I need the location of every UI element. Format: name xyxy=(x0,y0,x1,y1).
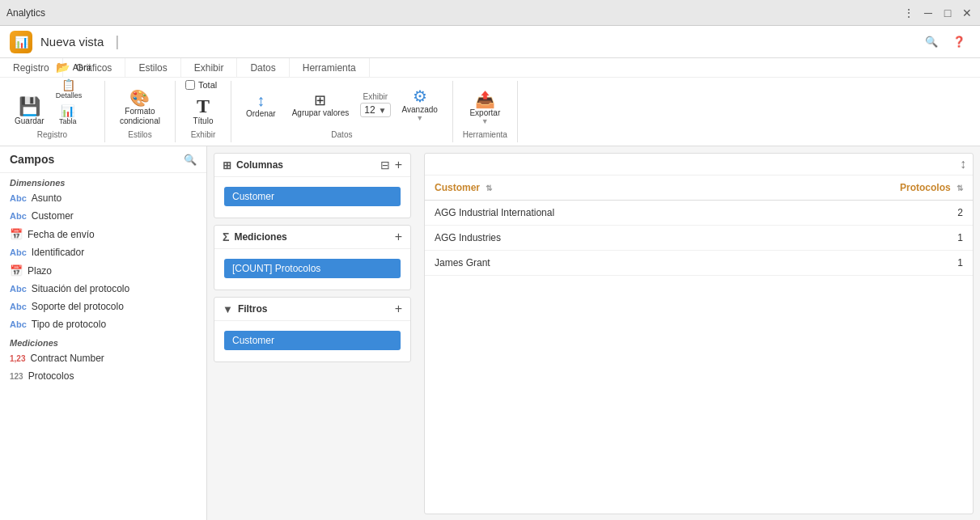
123-icon: 123 xyxy=(10,372,23,381)
mediciones-sigma-icon: Σ xyxy=(223,230,229,243)
field-asunto[interactable]: Abc Asunto xyxy=(0,189,206,207)
campos-panel: Campos 🔍 Dimensiones Abc Asunto Abc Cust… xyxy=(0,146,207,520)
campos-title: Campos xyxy=(10,153,54,166)
main-content: Campos 🔍 Dimensiones Abc Asunto Abc Cust… xyxy=(0,146,980,520)
123-red-icon: 1,23 xyxy=(10,354,25,363)
cell-customer: AGG Industries xyxy=(425,226,769,251)
ribbon-group-registro: 💾 Guardar 📂 Abrir 📋 Detalles 📊 Tabla xyxy=(0,81,105,142)
columnas-section: ⊞ Columnas ⊟ + Customer xyxy=(214,153,411,218)
columnas-content: Customer xyxy=(214,177,410,218)
exportar-btn[interactable]: 📤 Exportar ▼ xyxy=(465,90,505,127)
filtros-filter-icon: ▼ xyxy=(223,303,233,315)
campos-header: Campos 🔍 xyxy=(0,146,206,173)
data-panel: ↕ Customer ⇅ Protocolos ⇅ AGG Industrial… xyxy=(424,153,974,514)
cell-customer: James Grant xyxy=(425,251,769,276)
calendar-icon: 📅 xyxy=(10,228,23,240)
maximize-btn[interactable]: □ xyxy=(941,6,954,19)
cell-customer: AGG Industrial International xyxy=(425,201,769,226)
ribbon-group-estilos: 🎨 Formato condicional Estilos xyxy=(105,81,176,142)
count-protocolos-chip[interactable]: [COUNT] Protocolos xyxy=(224,259,401,278)
close-btn[interactable]: ✕ xyxy=(961,6,974,19)
filtros-title: Filtros xyxy=(238,303,268,315)
ribbon-content: 💾 Guardar 📂 Abrir 📋 Detalles 📊 Tabla xyxy=(0,78,980,146)
middle-panel: ⊞ Columnas ⊟ + Customer Σ Mediciones + xyxy=(207,146,418,520)
columnas-expand-icon[interactable]: ⊟ xyxy=(380,159,390,171)
abc-icon: Abc xyxy=(10,211,27,221)
cell-protocolos: 1 xyxy=(769,226,973,251)
tabla-btn[interactable]: 📊 Tabla xyxy=(53,103,83,127)
agrupar-valores-btn[interactable]: ⊞ Agrupar valores xyxy=(287,91,354,119)
dimensiones-label: Dimensiones xyxy=(0,173,206,189)
abc-icon: Abc xyxy=(10,193,27,203)
field-situacion-protocolo[interactable]: Abc Situación del protocolo xyxy=(0,280,206,298)
more-options-btn[interactable]: ⋮ xyxy=(902,6,915,19)
columnas-header: ⊞ Columnas ⊟ + xyxy=(214,154,410,177)
ribbon-group-datos: ↕ Ordenar ⊞ Agrupar valores Exhibir 12 ▼… xyxy=(231,81,453,142)
total-checkbox[interactable] xyxy=(185,80,195,90)
app-name-label: Analytics xyxy=(6,7,45,19)
campos-search-icon[interactable]: 🔍 xyxy=(184,154,197,166)
columnas-title: Columnas xyxy=(236,159,283,171)
columnas-grid-icon: ⊞ xyxy=(223,159,231,171)
table-row: James Grant 1 xyxy=(425,251,973,276)
ribbon-group-exhibir: Total T Título Exhibir xyxy=(176,81,231,142)
customer-filter-chip[interactable]: Customer xyxy=(224,331,401,350)
data-panel-toolbar: ↕ xyxy=(425,154,973,175)
ribbon-group-herramienta: 📤 Exportar ▼ Herramienta xyxy=(453,81,518,142)
mediciones-header: Σ Mediciones + xyxy=(214,226,410,249)
mediciones-content: [COUNT] Protocolos xyxy=(214,249,410,290)
app-title: Nueva vista xyxy=(40,35,104,49)
avanzado-btn[interactable]: ⚙ Avanzado ▼ xyxy=(397,87,443,124)
guardar-btn[interactable]: 💾 Guardar xyxy=(10,96,49,127)
app-icon: 📊 xyxy=(10,31,32,53)
col-header-protocolos[interactable]: Protocolos ⇅ xyxy=(769,175,973,201)
columnas-add-btn[interactable]: + xyxy=(395,159,402,171)
tab-estilos[interactable]: Estilos xyxy=(125,58,180,77)
formato-condicional-btn[interactable]: 🎨 Formato condicional xyxy=(115,88,165,127)
protocolos-sort-arrow: ⇅ xyxy=(957,184,963,192)
abc-icon: Abc xyxy=(10,284,27,294)
cell-protocolos: 1 xyxy=(769,251,973,276)
field-plazo[interactable]: 📅 Plazo xyxy=(0,261,206,280)
tab-herramienta[interactable]: Herramienta xyxy=(290,58,370,77)
ordenar-btn[interactable]: ↕ Ordenar xyxy=(241,91,281,120)
minimize-btn[interactable]: ─ xyxy=(922,6,935,19)
tab-exhibir[interactable]: Exhibir xyxy=(181,58,238,77)
abc-icon: Abc xyxy=(10,319,27,329)
app-bar: 📊 Nueva vista | 🔍 ❓ xyxy=(0,26,980,58)
field-fecha-envio[interactable]: 📅 Fecha de envío xyxy=(0,225,206,243)
field-soporte-protocolo[interactable]: Abc Soporte del protocolo xyxy=(0,298,206,315)
customer-column-chip[interactable]: Customer xyxy=(224,187,401,206)
title-bar: Analytics ⋮ ─ □ ✕ xyxy=(0,0,980,26)
field-contract-number[interactable]: 1,23 Contract Number xyxy=(0,349,206,367)
sort-rows-icon[interactable]: ↕ xyxy=(960,157,966,171)
mediciones-add-btn[interactable]: + xyxy=(395,230,402,243)
filtros-add-btn[interactable]: + xyxy=(395,302,402,315)
tab-datos[interactable]: Datos xyxy=(237,58,289,77)
col-header-customer[interactable]: Customer ⇅ xyxy=(425,175,769,201)
field-tipo-protocolo[interactable]: Abc Tipo de protocolo xyxy=(0,315,206,333)
filtros-section: ▼ Filtros + Customer xyxy=(214,297,411,362)
mediciones-label: Mediciones xyxy=(0,333,206,349)
calendar-icon: 📅 xyxy=(10,264,23,277)
help-icon[interactable]: 🔍 xyxy=(920,31,943,53)
table-row: AGG Industrial International 2 xyxy=(425,201,973,226)
table-row: AGG Industries 1 xyxy=(425,226,973,251)
mediciones-section: Σ Mediciones + [COUNT] Protocolos xyxy=(214,225,411,290)
question-icon[interactable]: ❓ xyxy=(948,31,970,53)
abc-icon: Abc xyxy=(10,302,27,311)
detalles-btn[interactable]: 📋 Detalles xyxy=(53,77,86,101)
ribbon: Registro Gráficos Estilos Exhibir Datos … xyxy=(0,58,980,146)
ribbon-tabs: Registro Gráficos Estilos Exhibir Datos … xyxy=(0,58,980,78)
field-protocolos[interactable]: 123 Protocolos xyxy=(0,367,206,385)
filtros-header: ▼ Filtros + xyxy=(214,298,410,321)
customer-sort-arrow: ⇅ xyxy=(486,184,492,192)
titulo-btn[interactable]: T Título xyxy=(185,95,221,127)
field-identificador[interactable]: Abc Identificador xyxy=(0,243,206,261)
app-title-divider: | xyxy=(115,33,119,50)
exhibir-select[interactable]: 12 ▼ xyxy=(360,103,390,117)
field-customer[interactable]: Abc Customer xyxy=(0,207,206,225)
abrir-btn[interactable]: 📂 Abrir xyxy=(53,59,95,75)
abc-icon: Abc xyxy=(10,247,27,257)
mediciones-title: Mediciones xyxy=(234,231,286,243)
